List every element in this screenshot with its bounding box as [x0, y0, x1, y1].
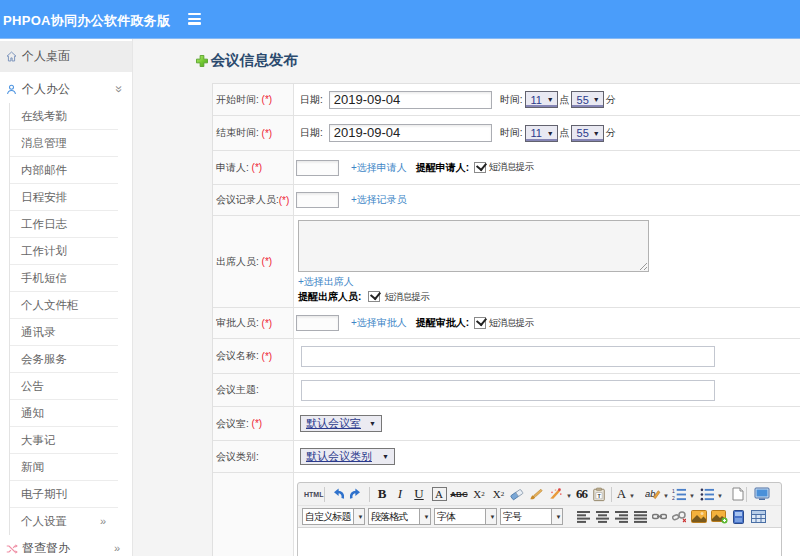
svg-text:2: 2: [672, 495, 675, 501]
svg-text:1: 1: [672, 488, 675, 494]
